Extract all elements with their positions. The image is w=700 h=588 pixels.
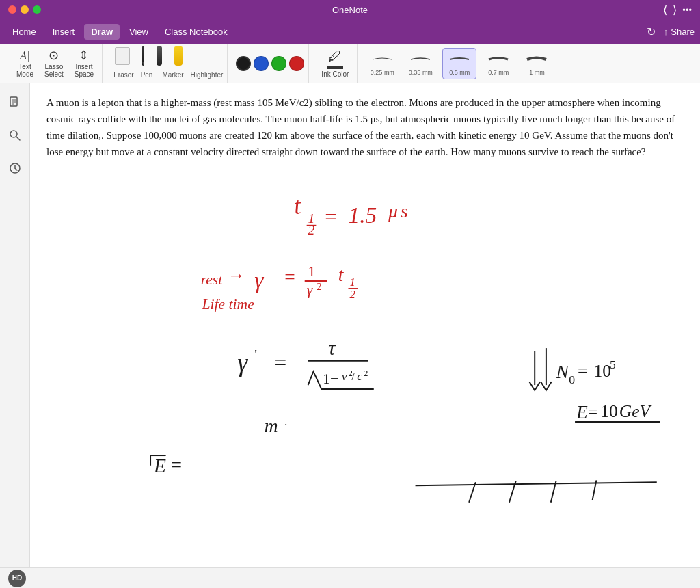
color-swatch-black[interactable] bbox=[236, 56, 251, 71]
eraser-button[interactable] bbox=[111, 44, 134, 68]
stroke-070[interactable]: 0.7 mm bbox=[482, 49, 515, 79]
stroke-050[interactable]: 0.5 mm bbox=[442, 48, 476, 79]
stroke-100-icon bbox=[524, 51, 549, 68]
left-sidebar bbox=[0, 83, 30, 567]
svg-text:m: m bbox=[265, 416, 278, 436]
content-area[interactable]: A muon is a lepton that is a higher-mass… bbox=[30, 83, 700, 567]
svg-text:1: 1 bbox=[308, 263, 316, 280]
color-swatch-green[interactable] bbox=[271, 56, 286, 71]
svg-text:v: v bbox=[342, 369, 347, 383]
stroke-070-icon bbox=[486, 51, 511, 68]
svg-text:N: N bbox=[556, 362, 570, 382]
text-mode-icon: 𝐴| bbox=[20, 49, 31, 62]
share-icon: ↑ bbox=[664, 27, 669, 37]
lasso-button[interactable]: ⊙ LassoSelect bbox=[40, 46, 68, 81]
ink-dropper-icon: 🖊 bbox=[328, 49, 342, 64]
sidebar-pages-icon[interactable] bbox=[4, 92, 26, 113]
menu-class-notebook[interactable]: Class Notebook bbox=[158, 24, 234, 40]
svg-text:t: t bbox=[338, 265, 345, 285]
ink-color-button[interactable]: 🖊 Ink Color bbox=[317, 46, 353, 81]
pen-label: Pen bbox=[141, 71, 153, 79]
stroke-sizes-list: 0.25 mm 0.35 mm 0.5 mm bbox=[366, 48, 553, 79]
svg-text:s: s bbox=[401, 201, 408, 222]
svg-text:': ' bbox=[254, 347, 257, 363]
ink-color-bar bbox=[327, 66, 343, 69]
more-button[interactable]: ••• bbox=[682, 5, 692, 15]
menu-insert[interactable]: Insert bbox=[46, 24, 82, 40]
sidebar-history-icon[interactable] bbox=[4, 157, 26, 179]
svg-text:=: = bbox=[578, 361, 587, 381]
highlighter-button[interactable] bbox=[170, 44, 187, 68]
svg-text:γ: γ bbox=[238, 349, 249, 377]
svg-text:1: 1 bbox=[349, 276, 355, 289]
stroke-100[interactable]: 1 mm bbox=[520, 49, 553, 79]
svg-text:→: → bbox=[228, 265, 245, 285]
color-swatch-red[interactable] bbox=[289, 56, 304, 71]
svg-text:=: = bbox=[325, 205, 337, 229]
svg-text:=: = bbox=[171, 455, 181, 475]
eraser-icon bbox=[115, 47, 130, 65]
close-button[interactable] bbox=[8, 5, 16, 14]
svg-text:10: 10 bbox=[594, 361, 612, 381]
draw-tools-group: Eraser Pen Marker Highlighter bbox=[107, 44, 228, 83]
svg-text:2: 2 bbox=[308, 223, 315, 237]
svg-text:rest: rest bbox=[201, 271, 224, 288]
menu-view[interactable]: View bbox=[122, 24, 155, 40]
stroke-035[interactable]: 0.35 mm bbox=[404, 49, 437, 79]
svg-text:2: 2 bbox=[364, 369, 368, 378]
forward-button[interactable]: ⟩ bbox=[673, 3, 677, 16]
back-button[interactable]: ⟨ bbox=[663, 3, 667, 16]
marker-label: Marker bbox=[162, 71, 183, 79]
svg-line-59 bbox=[416, 482, 657, 485]
menu-draw[interactable]: Draw bbox=[84, 24, 120, 40]
share-button[interactable]: ↑ Share bbox=[664, 27, 695, 37]
problem-text: A muon is a lepton that is a higher-mass… bbox=[46, 94, 684, 160]
svg-text:·: · bbox=[284, 419, 287, 431]
marker-button[interactable] bbox=[152, 44, 166, 68]
status-bar: HD bbox=[0, 567, 700, 588]
title-bar-right: ⟨ ⟩ ••• bbox=[663, 3, 692, 16]
svg-text:γ: γ bbox=[307, 282, 313, 298]
maximize-button[interactable] bbox=[33, 5, 41, 14]
svg-text:0: 0 bbox=[569, 373, 575, 386]
pen-button[interactable] bbox=[138, 44, 148, 68]
stroke-050-icon bbox=[447, 51, 472, 68]
stroke-035-icon bbox=[408, 51, 433, 68]
minimize-button[interactable] bbox=[21, 5, 29, 14]
svg-text:2: 2 bbox=[317, 281, 321, 292]
svg-text:1.5: 1.5 bbox=[348, 202, 377, 228]
svg-text:c: c bbox=[357, 369, 362, 383]
window-title: OneNote bbox=[332, 5, 368, 15]
svg-text:10: 10 bbox=[600, 401, 618, 421]
svg-text:t: t bbox=[293, 192, 302, 219]
text-mode-button[interactable]: 𝐴| TextMode bbox=[12, 46, 38, 81]
svg-text:=: = bbox=[589, 403, 597, 420]
svg-text:Life time: Life time bbox=[202, 296, 255, 312]
math-area[interactable]: t 1 2 = 1.5 μ s rest → γ = 1 γ 2 t 1 bbox=[46, 174, 684, 529]
svg-text:5: 5 bbox=[610, 358, 616, 371]
notebook-text: A muon is a lepton that is a higher-mass… bbox=[46, 94, 684, 160]
sidebar-search-icon[interactable] bbox=[4, 124, 26, 146]
menu-bar-right: ↻ ↑ Share bbox=[647, 25, 695, 38]
traffic-lights[interactable] bbox=[8, 5, 41, 14]
toolbar: 𝐴| TextMode ⊙ LassoSelect ⇕ InsertSpace bbox=[0, 44, 700, 83]
svg-text:2: 2 bbox=[349, 288, 355, 301]
highlighter-label: Highlighter bbox=[191, 71, 224, 79]
menu-home[interactable]: Home bbox=[5, 24, 43, 40]
svg-line-8 bbox=[15, 168, 17, 170]
stroke-sizes-group: 0.25 mm 0.35 mm 0.5 mm bbox=[362, 44, 557, 83]
svg-text:=: = bbox=[284, 267, 295, 287]
handwriting-canvas[interactable]: t 1 2 = 1.5 μ s rest → γ = 1 γ 2 t 1 bbox=[46, 174, 684, 529]
stroke-025-icon bbox=[370, 51, 394, 68]
color-swatch-blue[interactable] bbox=[254, 56, 269, 71]
sync-icon[interactable]: ↻ bbox=[647, 25, 656, 38]
menu-bar: Home Insert Draw View Class Notebook ↻ ↑… bbox=[0, 19, 700, 44]
insert-space-button[interactable]: ⇕ InsertSpace bbox=[70, 46, 98, 81]
highlighter-icon bbox=[174, 46, 183, 66]
user-avatar[interactable]: HD bbox=[8, 570, 26, 587]
svg-text:E: E bbox=[153, 455, 166, 477]
lasso-icon: ⊙ bbox=[49, 49, 59, 62]
svg-text:μ: μ bbox=[388, 201, 398, 222]
stroke-025[interactable]: 0.25 mm bbox=[366, 49, 399, 79]
pen-icon bbox=[142, 46, 144, 66]
